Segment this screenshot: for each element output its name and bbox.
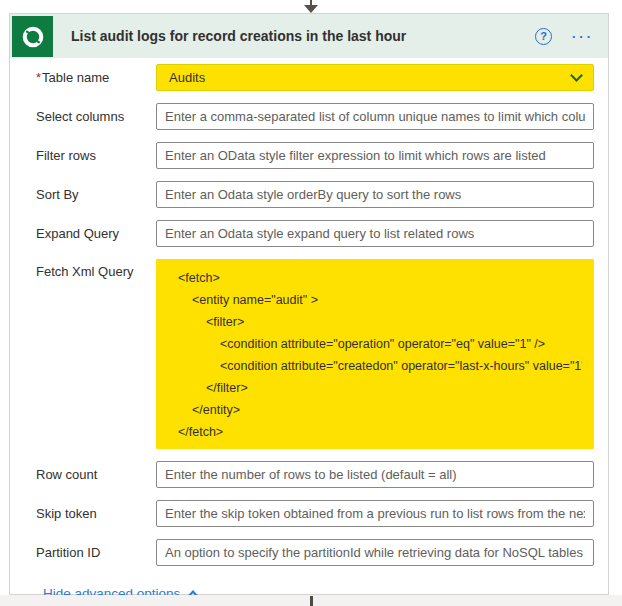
row-expand-query: Expand Query [36,220,594,247]
connector-line [310,596,313,606]
help-icon[interactable]: ? [535,28,552,45]
filter-rows-label: Filter rows [36,148,156,163]
filter-rows-input[interactable] [156,142,594,169]
partition-id-label: Partition ID [36,545,156,560]
field-label: *Table name [36,70,156,85]
xml-line: </filter> [168,377,582,399]
table-name-label: Table name [42,70,109,85]
expand-query-label: Expand Query [36,226,156,241]
chevron-down-icon [570,69,583,82]
row-filter-rows: Filter rows [36,142,594,169]
row-fetch-xml-query: Fetch Xml Query <fetch> <entity name="au… [36,259,594,449]
table-name-dropdown[interactable]: Audits [156,64,594,91]
xml-line: </entity> [168,399,582,421]
row-partition-id: Partition ID [36,539,594,566]
required-asterisk: * [36,70,41,85]
row-row-count: Row count [36,461,594,488]
xml-line: <entity name="audit" > [168,289,582,311]
row-table-name: *Table name Audits [36,64,594,91]
xml-line: </fetch> [168,421,582,443]
row-select-columns: Select columns [36,103,594,130]
sort-by-input[interactable] [156,181,594,208]
fetch-xml-query-editor[interactable]: <fetch> <entity name="audit" > <filter> … [156,259,594,449]
expand-query-input[interactable] [156,220,594,247]
xml-line: <condition attribute="createdon" operato… [168,355,582,377]
action-card-body: *Table name Audits Select columns Filter… [10,58,608,602]
row-count-label: Row count [36,467,156,482]
row-skip-token: Skip token [36,500,594,527]
xml-line: <fetch> [168,267,582,289]
table-name-value: Audits [169,70,572,85]
connector-arrow-down-icon [304,5,318,13]
sort-by-label: Sort By [36,187,156,202]
menu-ellipsis-icon[interactable]: ··· [572,30,594,43]
action-title: List audit logs for record creations in … [71,28,535,44]
dataverse-logo [18,22,48,52]
row-sort-by: Sort By [36,181,594,208]
xml-line: <filter> [168,311,582,333]
partition-id-input[interactable] [156,539,594,566]
select-columns-input[interactable] [156,103,594,130]
dataverse-connector-icon [12,16,53,57]
fetch-xml-query-label: Fetch Xml Query [36,264,156,279]
row-count-input[interactable] [156,461,594,488]
skip-token-input[interactable] [156,500,594,527]
action-card-header[interactable]: List audit logs for record creations in … [10,14,608,58]
xml-line: <condition attribute="operation" operato… [168,333,582,355]
header-actions: ? ··· [535,28,594,45]
skip-token-label: Skip token [36,506,156,521]
action-card: List audit logs for record creations in … [9,13,609,595]
select-columns-label: Select columns [36,109,156,124]
